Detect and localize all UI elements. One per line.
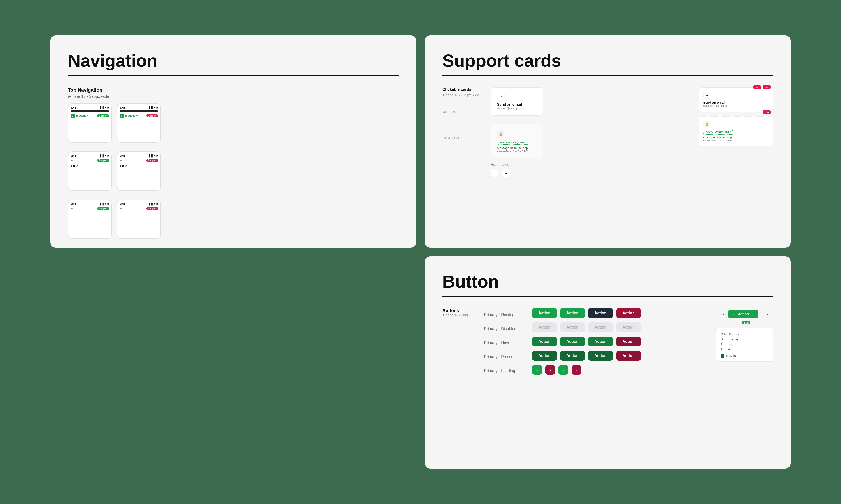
btn-pressed-red[interactable]: Action <box>616 351 641 361</box>
annotated-account-header: 🔒 <box>703 121 769 128</box>
btn-hover-green-2[interactable]: Action <box>560 337 585 346</box>
support-cards-panel: Support cards Clickable cards iPhone 13 … <box>425 35 791 248</box>
annotated-email-card: Top Icon → Send an email support@example… <box>699 87 773 112</box>
exportables-label: Exportables <box>491 163 690 167</box>
annotation-badge-1: Top <box>753 85 761 89</box>
phone-bar-1 <box>70 110 109 112</box>
btn-resting-green-1[interactable]: Action <box>532 308 557 318</box>
battery-icon-3: ▣ <box>107 154 109 157</box>
btn-loading-red-2[interactable]: › <box>572 365 581 375</box>
btn-pressed-green-1[interactable]: Action <box>532 351 557 361</box>
properties-card: Color: Primary Style: Primary Size: Larg… <box>716 328 773 362</box>
phone-row-3: 9:41 ▐▐▐ ▾ ▣ ← Support 9: <box>68 199 399 239</box>
exportables-section: Exportables → ⚙ <box>491 163 690 177</box>
annotated-arrow-icon: → <box>703 92 710 99</box>
logo-text-2: lodgeflow <box>125 114 138 117</box>
button-panel: Button Buttons iPhone 13 • Hug Primary -… <box>425 256 791 469</box>
btn-resting-red[interactable]: Action <box>616 308 641 318</box>
account-card-hours: • Weekdays 10 AM – 6 PM <box>497 150 537 153</box>
btn-hover-dark[interactable]: Action <box>588 337 613 346</box>
btn-highlighted[interactable]: ← Action → <box>728 310 758 318</box>
back-arrow-4[interactable]: ← <box>120 207 123 210</box>
pressed-row: Action Action Action Action <box>532 351 641 361</box>
btn-loading-green-1[interactable]: › <box>532 365 542 375</box>
btn-hover-red[interactable]: Action <box>616 337 641 346</box>
app-logo-2: L lodgeflow <box>120 113 138 118</box>
loading-row: › › › › <box>532 365 641 375</box>
annotated-lock-icon: 🔒 <box>703 121 710 128</box>
phone-frame-2: 9:41 ▐▐▐ ▾ ▣ L lodgeflow <box>117 103 161 143</box>
phone-nav-6: ← Support <box>120 207 158 210</box>
support-labels: Clickable cards iPhone 13 • 375px wide A… <box>442 87 482 177</box>
color-swatch: #166534 <box>721 354 769 358</box>
color-hex: #166534 <box>726 355 736 358</box>
annotated-account-message: Message us in the app <box>703 136 769 139</box>
email-card-active[interactable]: → Send an email support@example.au <box>491 87 543 115</box>
account-required-badge: ACCOUNT REQUIRED <box>497 140 529 145</box>
battery-icon-6: ▣ <box>156 202 158 205</box>
status-time-1: 9:41 <box>70 106 76 109</box>
export-gear-btn[interactable]: ⚙ <box>502 169 510 177</box>
annotation-badges-top: Top Icon <box>753 85 771 89</box>
btn-highlighted-arrow-left: ← <box>733 312 736 316</box>
back-arrow-3[interactable]: ← <box>70 207 73 210</box>
btn-pressed-green-2[interactable]: Action <box>560 351 585 361</box>
button-divider <box>442 296 773 297</box>
hover-tag: Hug <box>742 321 750 324</box>
btn-hover-green-1[interactable]: Action <box>532 337 557 346</box>
phone-row-2: 9:41 ▐▐▐ ▾ ▣ ← Support Title <box>68 151 399 191</box>
status-time-4: 9:41 <box>120 154 125 157</box>
phone-nav-5: ← Support <box>70 207 109 210</box>
annotation-highlight-area: Size ← Action → Size Hug <box>716 310 773 324</box>
button-content: Buttons iPhone 13 • Hug Primary - Restin… <box>442 308 773 376</box>
btn-highlighted-label: Action <box>738 312 749 316</box>
phone-frame-3: 9:41 ▐▐▐ ▾ ▣ ← Support Title <box>68 151 112 191</box>
btn-loading-green-2[interactable]: › <box>559 365 568 375</box>
support-badge-red-3: Support <box>146 207 158 210</box>
status-time-5: 9:41 <box>70 202 76 205</box>
status-time-6: 9:41 <box>120 202 125 205</box>
battery-icon-2: ▣ <box>156 106 158 109</box>
btn-resting-dark[interactable]: Action <box>588 308 613 318</box>
back-arrow-1[interactable]: ← <box>70 159 73 162</box>
support-badge-red-1: Support <box>146 114 158 118</box>
phone-nav-3: ← Support <box>70 159 109 162</box>
annotated-account-hours: • Weekdays 10 AM – 6 PM <box>703 139 769 142</box>
status-time-3: 9:41 <box>70 154 76 157</box>
state-hover: Primary - Hover <box>484 338 528 347</box>
wifi-icon-3: ▾ <box>105 154 106 157</box>
btn-pressed-dark[interactable]: Action <box>588 351 613 361</box>
logo-icon-2: L <box>120 113 124 118</box>
support-title: Support cards <box>442 51 773 71</box>
inactive-state-label: INACTIVE <box>442 136 482 140</box>
signal-icon-5: ▐▐▐ <box>99 202 104 205</box>
annotation-tag-size: Size <box>716 312 726 317</box>
btn-loading-red-1[interactable]: › <box>545 365 555 375</box>
phone-bar-2 <box>120 110 158 112</box>
prop-size-hug: Size: Hug <box>721 347 769 352</box>
signal-icon-3: ▐▐▐ <box>99 155 104 157</box>
battery-icon-4: ▣ <box>156 154 158 157</box>
prop-size-large: Size: Large <box>721 342 769 347</box>
logo-icon-1: L <box>70 113 75 118</box>
hover-row: Action Action Action Action <box>532 337 641 346</box>
state-pressed: Primary - Pressed <box>484 352 528 362</box>
nav-divider <box>68 75 399 76</box>
export-arrow-btn[interactable]: → <box>491 169 498 177</box>
back-arrow-2[interactable]: ← <box>120 159 123 162</box>
resting-row: Action Action Action Action <box>532 308 641 318</box>
annotated-email-subtitle: support@example.au <box>703 104 769 107</box>
account-card-inactive: 🔒 ACCOUNT REQUIRED Message us in the app… <box>491 124 543 158</box>
signal-icon-2: ▐▐▐ <box>148 106 153 109</box>
clickable-cards-sublabel: iPhone 13 • 375px wide <box>442 93 482 97</box>
btn-disabled-3: Action <box>588 322 613 332</box>
top-nav-section: Top Navigation iPhone 13 • 375px wide 9:… <box>68 87 399 239</box>
button-title: Button <box>442 272 773 292</box>
support-content: Clickable cards iPhone 13 • 375px wide A… <box>442 87 773 177</box>
btn-disabled-1: Action <box>532 322 557 332</box>
button-columns: Action Action Action Action Action Actio… <box>532 308 641 376</box>
state-labels-col: Primary - Resting Primary - Disabled Pri… <box>484 308 528 376</box>
btn-resting-green-2[interactable]: Action <box>560 308 585 318</box>
disabled-row: Action Action Action Action <box>532 322 641 332</box>
support-badge-2: Support <box>97 159 109 162</box>
